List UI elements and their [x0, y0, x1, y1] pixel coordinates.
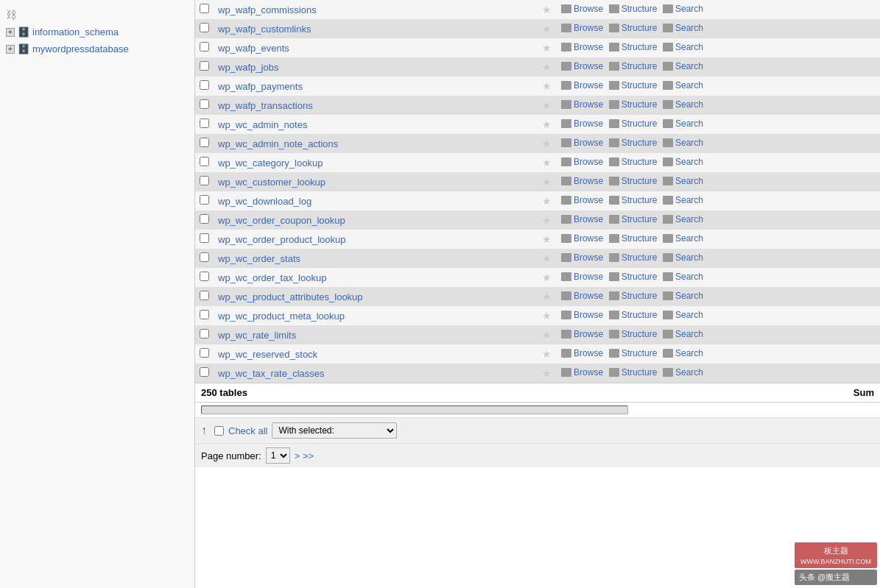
favorite-star[interactable]: ★ — [542, 252, 552, 264]
structure-link[interactable]: Structure — [609, 23, 658, 33]
up-arrow-icon[interactable]: ↑ — [201, 424, 207, 437]
browse-link[interactable]: Browse — [561, 367, 603, 378]
browse-link[interactable]: Browse — [561, 23, 603, 33]
table-name-link[interactable]: wp_wafp_transactions — [218, 100, 313, 111]
favorite-star[interactable]: ★ — [542, 329, 552, 341]
favorite-star[interactable]: ★ — [542, 61, 552, 73]
favorite-star[interactable]: ★ — [542, 272, 552, 283]
structure-link[interactable]: Structure — [609, 157, 658, 167]
favorite-star[interactable]: ★ — [542, 138, 552, 149]
search-link[interactable]: Search — [663, 214, 703, 224]
row-checkbox[interactable] — [200, 138, 209, 147]
expand-icon-1[interactable]: + — [6, 28, 15, 37]
table-name-link[interactable]: wp_wc_product_attributes_lookup — [218, 291, 363, 302]
row-checkbox[interactable] — [200, 42, 209, 52]
search-link[interactable]: Search — [663, 195, 703, 205]
row-checkbox[interactable] — [200, 118, 209, 128]
structure-link[interactable]: Structure — [609, 4, 658, 14]
table-name-link[interactable]: wp_wc_customer_lookup — [218, 177, 325, 188]
table-name-link[interactable]: wp_wafp_payments — [218, 81, 303, 92]
search-link[interactable]: Search — [663, 4, 703, 14]
browse-link[interactable]: Browse — [561, 272, 603, 282]
with-selected-dropdown[interactable]: With selected: Browse Structure Search D… — [272, 422, 397, 439]
row-checkbox[interactable] — [200, 252, 209, 262]
structure-link[interactable]: Structure — [609, 214, 658, 224]
table-name-link[interactable]: wp_wc_order_product_lookup — [218, 234, 345, 245]
search-link[interactable]: Search — [663, 99, 703, 110]
search-link[interactable]: Search — [663, 310, 703, 320]
favorite-star[interactable]: ★ — [542, 348, 552, 360]
structure-link[interactable]: Structure — [609, 176, 658, 186]
search-link[interactable]: Search — [663, 138, 703, 148]
search-link[interactable]: Search — [663, 291, 703, 301]
browse-link[interactable]: Browse — [561, 252, 603, 263]
favorite-star[interactable]: ★ — [542, 23, 552, 35]
row-checkbox[interactable] — [200, 291, 209, 300]
row-checkbox[interactable] — [200, 157, 209, 166]
row-checkbox[interactable] — [200, 80, 209, 90]
expand-icon-2[interactable]: + — [6, 45, 15, 54]
browse-link[interactable]: Browse — [561, 348, 603, 358]
structure-link[interactable]: Structure — [609, 80, 658, 91]
row-checkbox[interactable] — [200, 99, 209, 109]
structure-link[interactable]: Structure — [609, 348, 658, 358]
table-name-link[interactable]: wp_wc_reserved_stock — [218, 349, 317, 360]
table-name-link[interactable]: wp_wc_download_log — [218, 196, 311, 207]
browse-link[interactable]: Browse — [561, 195, 603, 205]
check-all-checkbox[interactable] — [214, 426, 224, 436]
structure-link[interactable]: Structure — [609, 272, 658, 282]
browse-link[interactable]: Browse — [561, 80, 603, 91]
search-link[interactable]: Search — [663, 272, 703, 282]
structure-link[interactable]: Structure — [609, 138, 658, 148]
row-checkbox[interactable] — [200, 329, 209, 339]
structure-link[interactable]: Structure — [609, 310, 658, 320]
table-name-link[interactable]: wp_wafp_events — [218, 43, 289, 54]
row-checkbox[interactable] — [200, 272, 209, 281]
search-link[interactable]: Search — [663, 233, 703, 244]
browse-link[interactable]: Browse — [561, 138, 603, 148]
browse-link[interactable]: Browse — [561, 291, 603, 301]
row-checkbox[interactable] — [200, 367, 209, 377]
browse-link[interactable]: Browse — [561, 42, 603, 52]
browse-link[interactable]: Browse — [561, 157, 603, 167]
favorite-star[interactable]: ★ — [542, 80, 552, 92]
table-name-link[interactable]: wp_wafp_jobs — [218, 62, 278, 73]
row-checkbox[interactable] — [200, 176, 209, 185]
table-name-link[interactable]: wp_wc_rate_limits — [218, 330, 296, 341]
structure-link[interactable]: Structure — [609, 42, 658, 52]
search-link[interactable]: Search — [663, 80, 703, 91]
favorite-star[interactable]: ★ — [542, 195, 552, 207]
browse-link[interactable]: Browse — [561, 214, 603, 224]
table-name-link[interactable]: wp_wc_category_lookup — [218, 157, 323, 169]
structure-link[interactable]: Structure — [609, 195, 658, 205]
check-all-label[interactable]: Check all — [228, 425, 267, 436]
search-link[interactable]: Search — [663, 42, 703, 52]
sidebar-item-mywordpressdatabase[interactable]: + 🗄️ mywordpressdatabase — [0, 40, 194, 57]
search-link[interactable]: Search — [663, 329, 703, 339]
table-name-link[interactable]: wp_wc_product_meta_lookup — [218, 311, 345, 322]
row-checkbox[interactable] — [200, 195, 209, 205]
favorite-star[interactable]: ★ — [542, 176, 552, 188]
row-checkbox[interactable] — [200, 310, 209, 319]
browse-link[interactable]: Browse — [561, 176, 603, 186]
table-name-link[interactable]: wp_wc_admin_notes — [218, 119, 307, 130]
favorite-star[interactable]: ★ — [542, 157, 552, 169]
page-number-select[interactable]: 1 — [266, 447, 290, 464]
page-nav-next[interactable]: > >> — [295, 450, 314, 461]
row-checkbox[interactable] — [200, 61, 209, 71]
browse-link[interactable]: Browse — [561, 61, 603, 71]
favorite-star[interactable]: ★ — [542, 310, 552, 322]
favorite-star[interactable]: ★ — [542, 367, 552, 379]
structure-link[interactable]: Structure — [609, 99, 658, 110]
browse-link[interactable]: Browse — [561, 99, 603, 110]
structure-link[interactable]: Structure — [609, 233, 658, 244]
structure-link[interactable]: Structure — [609, 291, 658, 301]
table-name-link[interactable]: wp_wc_order_coupon_lookup — [218, 215, 345, 226]
search-link[interactable]: Search — [663, 118, 703, 129]
browse-link[interactable]: Browse — [561, 118, 603, 129]
row-checkbox[interactable] — [200, 4, 209, 13]
row-checkbox[interactable] — [200, 214, 209, 224]
row-checkbox[interactable] — [200, 348, 209, 358]
structure-link[interactable]: Structure — [609, 252, 658, 263]
search-link[interactable]: Search — [663, 23, 703, 33]
